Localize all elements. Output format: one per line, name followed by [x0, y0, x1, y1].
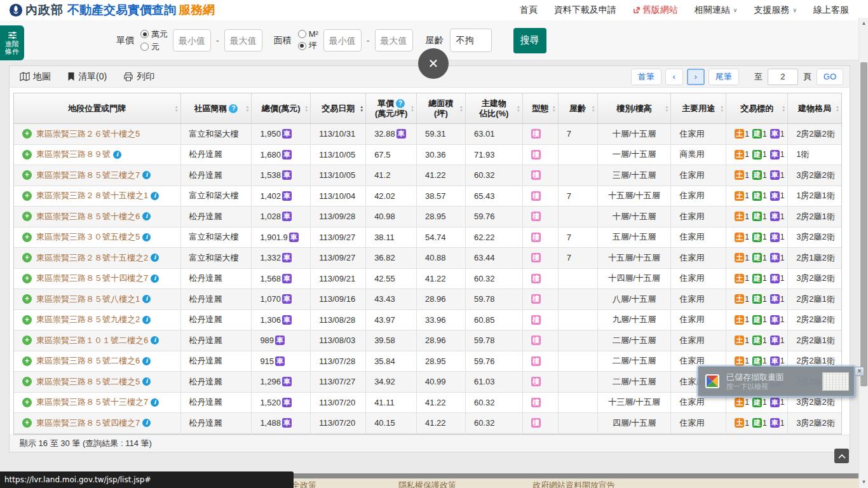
- last-page-button[interactable]: 尾筆: [709, 69, 739, 85]
- sort-icon[interactable]: ▲▼: [836, 105, 839, 112]
- unit-price-radio-wan[interactable]: 萬元: [140, 29, 168, 40]
- address-link[interactable]: 東區崇賢三路８５號三樓之7: [36, 170, 140, 181]
- expand-row-icon[interactable]: +: [22, 294, 32, 304]
- radio-icon[interactable]: [140, 43, 149, 51]
- sort-icon[interactable]: ▲▼: [782, 105, 785, 112]
- sort-icon[interactable]: ▲▼: [175, 105, 179, 112]
- expand-row-icon[interactable]: +: [22, 129, 32, 139]
- expand-row-icon[interactable]: +: [22, 274, 32, 283]
- sort-icon[interactable]: ▲▼: [720, 105, 724, 112]
- sort-icon[interactable]: ▲▼: [459, 105, 463, 112]
- column-header[interactable]: 交易標的▲▼: [726, 93, 788, 123]
- radio-icon[interactable]: [140, 30, 149, 38]
- expand-row-icon[interactable]: +: [22, 336, 32, 345]
- address-link[interactable]: 東區崇賢三路８５號二樓之6: [36, 355, 140, 367]
- notification-close-button[interactable]: ✕: [855, 367, 864, 376]
- go-button[interactable]: GO: [817, 69, 843, 85]
- area-min-input[interactable]: [323, 29, 362, 51]
- nav-support[interactable]: 支援服務∨: [754, 4, 797, 16]
- radio-icon[interactable]: [298, 42, 306, 50]
- info-icon[interactable]: i: [142, 295, 151, 303]
- next-page-button[interactable]: ›: [687, 69, 705, 85]
- print-button[interactable]: 列印: [123, 71, 154, 83]
- expand-row-icon[interactable]: +: [22, 253, 32, 262]
- screenshot-thumbnail[interactable]: [822, 372, 849, 391]
- column-header[interactable]: 社區簡稱?▲▼: [181, 93, 252, 123]
- info-icon[interactable]: i: [142, 357, 151, 365]
- advanced-filter-tab[interactable]: 進階 條件: [0, 25, 24, 60]
- footer-link-privacy[interactable]: 隱私權保護政策: [398, 480, 456, 488]
- column-header[interactable]: 建物格局▲▼: [788, 93, 841, 123]
- expand-row-icon[interactable]: +: [22, 418, 32, 428]
- address-link[interactable]: 東區崇賢三路２８號十五樓之2: [36, 252, 148, 264]
- address-link[interactable]: 東區崇賢三路８５號十三樓之7: [36, 396, 148, 408]
- back-to-top-button[interactable]: [834, 449, 849, 463]
- address-link[interactable]: 東區崇賢三路１０１號二樓之6: [36, 335, 148, 346]
- expand-row-icon[interactable]: +: [22, 191, 32, 201]
- sort-icon[interactable]: ▲▼: [360, 105, 363, 112]
- area-radio-ping[interactable]: 坪: [298, 40, 318, 51]
- address-link[interactable]: 東區崇賢三路８５號十四樓之7: [36, 273, 148, 284]
- expand-row-icon[interactable]: +: [22, 150, 32, 159]
- address-link[interactable]: 東區崇賢三路８５號四樓之7: [36, 417, 140, 429]
- expand-row-icon[interactable]: +: [22, 398, 32, 407]
- footer-link-open-data[interactable]: 政府網站資料開放宣告: [532, 480, 615, 488]
- sort-icon[interactable]: ▲▼: [245, 105, 249, 112]
- search-button[interactable]: 搜尋: [513, 28, 546, 53]
- sort-icon[interactable]: ▲▼: [552, 105, 556, 112]
- column-header[interactable]: 總價(萬元)▲▼: [252, 93, 311, 123]
- page-number-input[interactable]: [768, 69, 798, 85]
- expand-row-icon[interactable]: +: [22, 315, 32, 325]
- nav-downloads[interactable]: 資料下載及申請: [554, 4, 616, 16]
- info-icon[interactable]: i: [113, 151, 121, 159]
- column-header[interactable]: 屋齡▲▼: [559, 93, 598, 123]
- column-header[interactable]: 樓別/樓高▲▼: [598, 93, 672, 123]
- sort-icon[interactable]: ▲▼: [665, 105, 668, 112]
- prev-page-button[interactable]: ‹: [665, 69, 683, 85]
- nav-related-links[interactable]: 相關連結∨: [695, 4, 738, 16]
- sort-icon[interactable]: ▲▼: [410, 105, 414, 112]
- column-header[interactable]: 總面積(坪)▲▼: [417, 93, 466, 123]
- scrollbar-up-arrow[interactable]: ▲: [859, 19, 868, 28]
- screenshot-notification[interactable]: 已儲存擷取畫面 按一下以檢視: [698, 366, 855, 396]
- saved-list-button[interactable]: 清單(0): [67, 71, 107, 83]
- nav-online-service[interactable]: 線上客服: [813, 4, 849, 16]
- column-header[interactable]: 單價?(萬元/坪)▲▼: [366, 93, 417, 123]
- sort-icon[interactable]: ▲▼: [304, 105, 308, 112]
- close-filter-button[interactable]: ✕: [418, 48, 449, 79]
- expand-row-icon[interactable]: +: [22, 212, 32, 221]
- help-icon[interactable]: ?: [396, 99, 405, 108]
- expand-row-icon[interactable]: +: [22, 356, 32, 366]
- address-link[interactable]: 東區崇賢三路８５號十樓之6: [36, 211, 140, 222]
- age-select[interactable]: 不拘: [450, 29, 492, 52]
- address-link[interactable]: 東區崇賢三路８５號二樓之5: [36, 376, 140, 388]
- info-icon[interactable]: i: [142, 377, 151, 386]
- notification-menu-icon[interactable]: ——: [855, 379, 864, 385]
- expand-row-icon[interactable]: +: [22, 377, 32, 386]
- info-icon[interactable]: i: [142, 171, 151, 179]
- address-link[interactable]: 東區崇賢三路８５號九樓之2: [36, 314, 140, 325]
- unit-price-min-input[interactable]: [173, 29, 211, 51]
- unit-price-radio-yuan[interactable]: 元: [140, 41, 168, 53]
- sort-icon[interactable]: ▲▼: [517, 105, 520, 112]
- info-icon[interactable]: i: [142, 233, 151, 241]
- info-icon[interactable]: i: [142, 419, 151, 427]
- area-radio-m2[interactable]: M²: [298, 29, 318, 39]
- info-icon[interactable]: i: [151, 192, 159, 200]
- column-header[interactable]: 主建物佔比(%)▲▼: [466, 93, 523, 123]
- nav-old-site[interactable]: 舊版網站: [633, 4, 678, 16]
- info-icon[interactable]: i: [151, 336, 159, 344]
- info-icon[interactable]: i: [151, 398, 159, 407]
- first-page-button[interactable]: 首筆: [631, 69, 661, 85]
- address-link[interactable]: 東區崇賢三路２８號十五樓之1: [36, 190, 148, 201]
- sort-icon[interactable]: ▲▼: [592, 105, 595, 112]
- map-view-button[interactable]: 地圖: [20, 71, 51, 83]
- info-icon[interactable]: i: [151, 254, 159, 262]
- scrollbar-thumb[interactable]: [860, 62, 867, 386]
- info-icon[interactable]: i: [142, 212, 151, 220]
- address-link[interactable]: 東區崇賢三路２６號十樓之5: [36, 128, 140, 140]
- column-header[interactable]: 主要用途▲▼: [671, 93, 726, 123]
- address-link[interactable]: 東區崇賢三路８９號: [36, 149, 111, 160]
- help-icon[interactable]: ?: [229, 104, 238, 113]
- scrollbar-down-arrow[interactable]: ▼: [859, 478, 868, 487]
